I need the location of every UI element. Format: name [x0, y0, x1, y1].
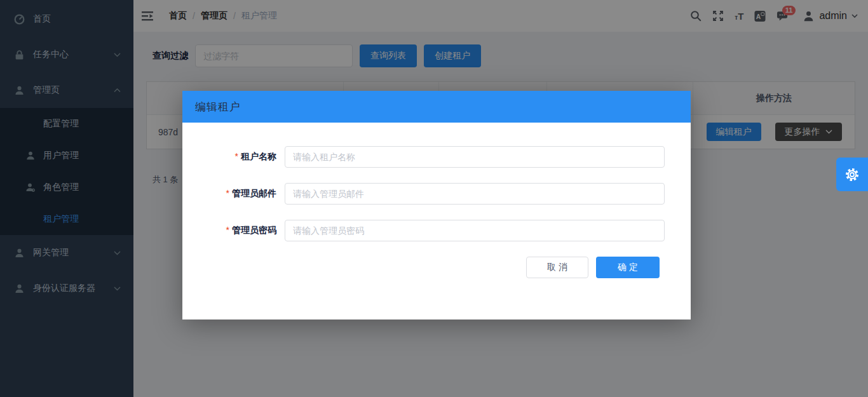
tenant-name-label: *租户名称	[182, 151, 276, 163]
tenant-name-input[interactable]	[285, 146, 665, 168]
confirm-button[interactable]: 确 定	[596, 257, 660, 278]
form-row-admin-password: *管理员密码	[182, 220, 691, 241]
modal-body: *租户名称 *管理员邮件 *管理员密码 取 消 确 定	[182, 123, 691, 278]
modal-header: 编辑租户	[182, 91, 691, 123]
admin-password-input[interactable]	[285, 220, 665, 241]
modal-footer: 取 消 确 定	[182, 257, 691, 278]
settings-panel-button[interactable]	[836, 158, 868, 191]
admin-email-input[interactable]	[285, 183, 665, 205]
admin-email-label: *管理员邮件	[182, 188, 276, 199]
required-mark: *	[235, 151, 238, 161]
form-row-admin-email: *管理员邮件	[182, 183, 691, 205]
admin-password-label: *管理员密码	[182, 225, 276, 236]
required-mark: *	[226, 188, 229, 198]
cancel-button[interactable]: 取 消	[526, 257, 588, 278]
modal-title: 编辑租户	[195, 100, 241, 114]
form-row-tenant-name: *租户名称	[182, 146, 691, 168]
app-window: 首页 任务中心 管理页 配置管理	[0, 0, 868, 397]
edit-tenant-modal: 编辑租户 *租户名称 *管理员邮件 *管理员密码	[182, 91, 691, 320]
required-mark: *	[226, 225, 229, 235]
gear-icon	[844, 166, 860, 183]
